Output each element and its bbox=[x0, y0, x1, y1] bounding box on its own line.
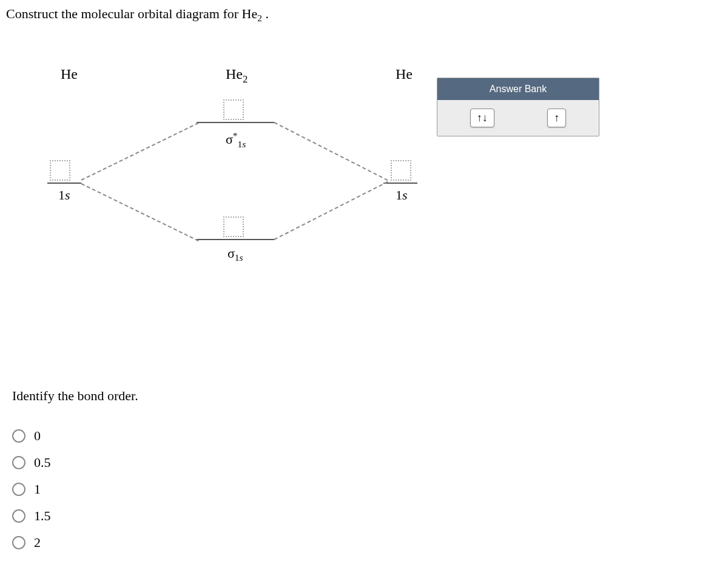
left-atom-label: He bbox=[61, 66, 78, 82]
radio-option-2[interactable]: 2 bbox=[12, 535, 138, 551]
center-molecule-base: He bbox=[226, 66, 243, 82]
bond-order-section: Identify the bond order. 0 0.5 1 1.5 2 bbox=[12, 388, 138, 561]
radio-option-1.5[interactable]: 1.5 bbox=[12, 508, 138, 524]
center-molecule-label: He2 bbox=[226, 66, 248, 85]
question-molecule-sub: 2 bbox=[257, 13, 262, 23]
question-prefix: Construct the molecular orbital diagram … bbox=[6, 6, 242, 21]
left-1s-label: 1s bbox=[58, 187, 70, 203]
center-molecule-sub: 2 bbox=[243, 73, 248, 85]
radio-circle bbox=[12, 483, 25, 496]
dash-left-down bbox=[81, 183, 199, 241]
radio-label: 1.5 bbox=[34, 508, 51, 524]
right-1s-level bbox=[383, 183, 417, 184]
right-1s-dropzone[interactable] bbox=[391, 160, 411, 181]
left-1s-dropzone[interactable] bbox=[50, 160, 70, 181]
radio-option-0.5[interactable]: 0.5 bbox=[12, 455, 138, 471]
radio-label: 1 bbox=[34, 481, 41, 497]
radio-option-1[interactable]: 1 bbox=[12, 481, 138, 497]
sigma-dropzone[interactable] bbox=[223, 216, 244, 237]
dash-right-down bbox=[274, 181, 388, 240]
radio-circle bbox=[12, 429, 25, 443]
sigma-star-label: σ*1s bbox=[226, 130, 246, 150]
question-text: Construct the molecular orbital diagram … bbox=[6, 6, 722, 24]
sigma-star-dropzone[interactable] bbox=[223, 99, 244, 120]
radio-label: 0.5 bbox=[34, 455, 51, 471]
bond-order-title: Identify the bond order. bbox=[12, 388, 138, 404]
sigma-label: σ1s bbox=[228, 246, 243, 263]
answer-bank-title: Answer Bank bbox=[437, 78, 599, 100]
sigma-level bbox=[197, 239, 274, 240]
answer-bank-body: ↑↓ ↑ bbox=[437, 100, 599, 136]
question-molecule: He bbox=[242, 6, 258, 21]
mo-diagram: He He2 He 1s 1s σ*1s σ1s bbox=[36, 54, 473, 309]
radio-label: 2 bbox=[34, 535, 41, 551]
answer-tile-updown[interactable]: ↑↓ bbox=[470, 109, 494, 127]
answer-bank: Answer Bank ↑↓ ↑ bbox=[437, 78, 599, 136]
sigma-star-level bbox=[197, 122, 274, 123]
question-suffix: . bbox=[262, 6, 269, 21]
radio-circle bbox=[12, 509, 25, 523]
answer-tile-up[interactable]: ↑ bbox=[547, 109, 566, 127]
radio-option-0[interactable]: 0 bbox=[12, 428, 138, 444]
right-atom-label: He bbox=[396, 66, 413, 82]
dash-right-up bbox=[274, 122, 388, 181]
dash-left-up bbox=[81, 122, 199, 181]
radio-circle bbox=[12, 536, 25, 549]
radio-label: 0 bbox=[34, 428, 41, 444]
left-1s-level bbox=[47, 183, 81, 184]
radio-circle bbox=[12, 456, 25, 469]
right-1s-label: 1s bbox=[396, 187, 408, 203]
